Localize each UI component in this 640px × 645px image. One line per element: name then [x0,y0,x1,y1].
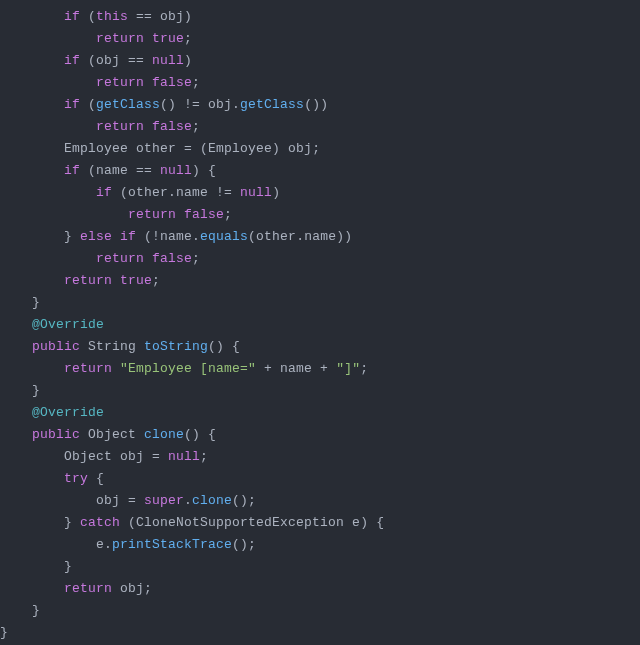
code-line: return false; [0,119,200,134]
code-line: @Override [0,317,104,332]
code-line: return true; [0,31,192,46]
code-line: } [0,625,8,640]
code-line: } else if (!name.equals(other.name)) [0,229,352,244]
code-line: } catch (CloneNotSupportedException e) { [0,515,384,530]
code-line: return false; [0,207,232,222]
code-line: return false; [0,251,200,266]
code-line: return obj; [0,581,152,596]
code-line: if (getClass() != obj.getClass()) [0,97,328,112]
code-line: return true; [0,273,160,288]
code-line: } [0,295,40,310]
code-line: if (obj == null) [0,53,192,68]
code-line: if (this == obj) [0,9,192,24]
code-line: Object obj = null; [0,449,208,464]
code-line: public String toString() { [0,339,240,354]
code-line: } [0,383,40,398]
code-line: if (name == null) { [0,163,216,178]
code-line: } [0,559,72,574]
code-line: try { [0,471,104,486]
code-block: if (this == obj) return true; if (obj ==… [0,0,640,644]
code-line: obj = super.clone(); [0,493,256,508]
code-line: return "Employee [name=" + name + "]"; [0,361,368,376]
code-line: public Object clone() { [0,427,216,442]
code-line: e.printStackTrace(); [0,537,256,552]
code-line: Employee other = (Employee) obj; [0,141,320,156]
code-line: return false; [0,75,200,90]
code-line: if (other.name != null) [0,185,280,200]
code-line: } [0,603,40,618]
code-line: @Override [0,405,104,420]
